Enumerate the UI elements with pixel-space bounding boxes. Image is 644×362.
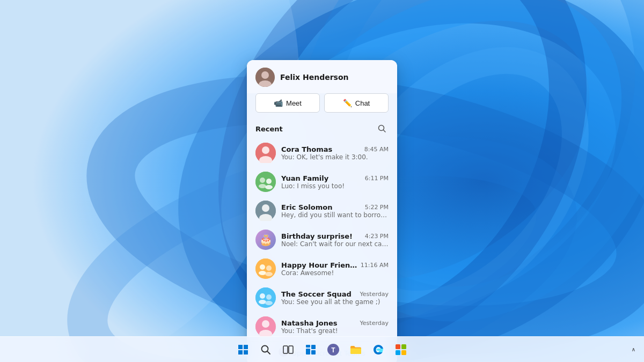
taskbar-taskview-button[interactable] bbox=[279, 340, 298, 359]
taskbar-widgets-button[interactable] bbox=[301, 340, 320, 359]
chevron-up-icon[interactable]: ∧ bbox=[632, 346, 635, 352]
taskbar-edge-button[interactable] bbox=[369, 340, 388, 359]
svg-point-19 bbox=[259, 184, 266, 188]
chat-preview: Cora: Awesome! bbox=[281, 269, 389, 277]
chat-preview: You: That's great! bbox=[281, 327, 389, 335]
svg-rect-42 bbox=[238, 350, 243, 354]
chat-preview: You: See you all at the game ;) bbox=[281, 298, 389, 306]
svg-text:T: T bbox=[331, 346, 335, 353]
svg-point-21 bbox=[265, 185, 273, 189]
chat-name-row: Eric Solomon 5:22 PM bbox=[281, 203, 389, 211]
recent-header: Recent bbox=[247, 119, 397, 138]
svg-point-29 bbox=[265, 272, 273, 276]
svg-point-26 bbox=[260, 264, 265, 270]
taskbar-explorer-button[interactable] bbox=[346, 340, 365, 359]
chat-preview: You: OK, let's make it 3:00. bbox=[281, 153, 389, 161]
store-icon bbox=[395, 344, 407, 356]
chat-name: Eric Solomon bbox=[281, 203, 332, 211]
taskbar-search-button[interactable] bbox=[256, 340, 275, 359]
svg-rect-54 bbox=[396, 344, 400, 349]
svg-rect-46 bbox=[283, 346, 288, 353]
taskbar-store-button[interactable] bbox=[391, 340, 411, 359]
chat-time: 5:22 PM bbox=[365, 204, 389, 211]
svg-point-32 bbox=[259, 300, 266, 304]
avatar bbox=[255, 258, 276, 279]
chat-time: Yesterday bbox=[360, 320, 389, 327]
list-item[interactable]: Cora Thomas 8:45 AM You: OK, let's make … bbox=[247, 138, 397, 167]
chat-content: Cora Thomas 8:45 AM You: OK, let's make … bbox=[281, 145, 389, 161]
chat-time: Yesterday bbox=[360, 291, 389, 298]
avatar bbox=[255, 201, 276, 221]
chat-panel: Felix Henderson 📹 Meet ✏️ Chat Recent bbox=[247, 60, 397, 362]
chat-name-row: The Soccer Squad Yesterday bbox=[281, 290, 389, 298]
chat-preview: Luo: I miss you too! bbox=[281, 182, 389, 190]
chat-name: Happy Hour Friends bbox=[281, 261, 357, 269]
svg-line-13 bbox=[384, 130, 386, 132]
svg-rect-56 bbox=[396, 350, 400, 355]
search-button[interactable] bbox=[376, 122, 389, 135]
svg-point-36 bbox=[262, 320, 269, 328]
chat-content: Happy Hour Friends 11:16 AM Cora: Awesom… bbox=[281, 261, 389, 277]
chat-name-row: Natasha Jones Yesterday bbox=[281, 319, 389, 327]
chat-content: Birthday surprise! 4:23 PM Noel: Can't w… bbox=[281, 232, 389, 248]
chat-name-row: Yuan Family 6:11 PM bbox=[281, 174, 389, 182]
search-icon bbox=[260, 344, 271, 355]
chat-time: 4:23 PM bbox=[365, 233, 389, 240]
svg-point-15 bbox=[262, 146, 269, 154]
widgets-icon bbox=[305, 344, 316, 355]
explorer-icon bbox=[350, 344, 362, 355]
svg-point-17 bbox=[255, 172, 276, 192]
chat-preview: Noel: Can't wait for our next catch up! bbox=[281, 240, 389, 248]
svg-rect-40 bbox=[238, 345, 243, 349]
chat-name: The Soccer Squad bbox=[281, 290, 352, 298]
svg-point-30 bbox=[255, 287, 276, 308]
svg-point-27 bbox=[259, 271, 266, 275]
chat-time: 8:45 AM bbox=[364, 146, 389, 153]
meet-button[interactable]: 📹 Meet bbox=[255, 93, 320, 113]
taskview-icon bbox=[283, 344, 294, 355]
svg-point-20 bbox=[266, 179, 272, 184]
panel-header: Felix Henderson bbox=[247, 60, 397, 93]
chat-name: Cora Thomas bbox=[281, 145, 332, 153]
chat-time: 11:16 AM bbox=[361, 262, 389, 269]
chat-name-row: Birthday surprise! 4:23 PM bbox=[281, 232, 389, 240]
chat-name: Natasha Jones bbox=[281, 319, 338, 327]
chat-icon: ✏️ bbox=[343, 99, 352, 107]
svg-rect-43 bbox=[244, 350, 248, 354]
video-icon: 📹 bbox=[274, 99, 283, 107]
chat-content: Natasha Jones Yesterday You: That's grea… bbox=[281, 319, 389, 335]
svg-rect-55 bbox=[401, 344, 406, 349]
chat-content: Eric Solomon 5:22 PM Hey, did you still … bbox=[281, 203, 389, 219]
svg-point-25 bbox=[255, 258, 276, 279]
chat-name-row: Cora Thomas 8:45 AM bbox=[281, 145, 389, 153]
recent-label: Recent bbox=[255, 125, 283, 133]
svg-line-45 bbox=[267, 351, 270, 354]
svg-point-31 bbox=[260, 293, 265, 299]
list-item[interactable]: 🎂 Birthday surprise! 4:23 PM Noel: Can't… bbox=[247, 225, 397, 254]
chat-content: The Soccer Squad Yesterday You: See you … bbox=[281, 290, 389, 306]
chat-name: Yuan Family bbox=[281, 174, 328, 182]
action-buttons: 📹 Meet ✏️ Chat bbox=[247, 93, 397, 119]
svg-rect-48 bbox=[306, 345, 310, 348]
avatar bbox=[255, 143, 276, 163]
windows-icon bbox=[238, 344, 248, 355]
svg-rect-41 bbox=[244, 345, 248, 349]
chat-name-row: Happy Hour Friends 11:16 AM bbox=[281, 261, 389, 269]
svg-point-28 bbox=[266, 265, 272, 271]
chat-list: Cora Thomas 8:45 AM You: OK, let's make … bbox=[247, 138, 397, 341]
list-item[interactable]: The Soccer Squad Yesterday You: See you … bbox=[247, 283, 397, 312]
list-item[interactable]: Yuan Family 6:11 PM Luo: I miss you too! bbox=[247, 167, 397, 196]
list-item[interactable]: Happy Hour Friends 11:16 AM Cora: Awesom… bbox=[247, 254, 397, 283]
avatar bbox=[255, 287, 276, 308]
teams-taskbar-icon: T bbox=[327, 344, 339, 356]
chat-button[interactable]: ✏️ Chat bbox=[324, 93, 389, 113]
svg-point-34 bbox=[265, 301, 273, 305]
taskbar: T ∧ bbox=[0, 336, 644, 362]
list-item[interactable]: Eric Solomon 5:22 PM Hey, did you still … bbox=[247, 196, 397, 225]
svg-rect-47 bbox=[289, 346, 293, 353]
taskbar-start-button[interactable] bbox=[233, 340, 253, 359]
chat-content: Yuan Family 6:11 PM Luo: I miss you too! bbox=[281, 174, 389, 190]
svg-point-18 bbox=[260, 178, 265, 183]
svg-point-23 bbox=[262, 204, 269, 212]
taskbar-teams-button[interactable]: T bbox=[324, 340, 343, 359]
